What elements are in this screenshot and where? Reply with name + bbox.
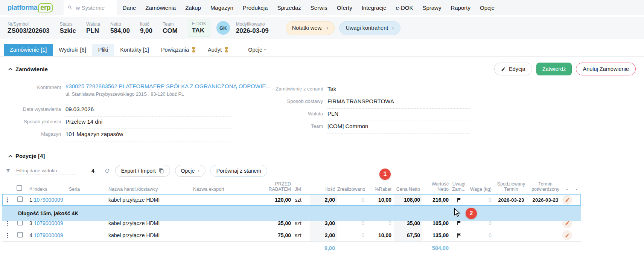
flag-icon[interactable] [451, 233, 467, 238]
status-value: Szkic [60, 27, 76, 35]
nav-item-integracje[interactable]: Integracje [362, 5, 387, 11]
tab-wydruki[interactable]: Wydruki [6] [53, 44, 92, 56]
header-rabat[interactable]: %Rabat 1 [367, 187, 394, 192]
tab-kontakty[interactable]: Kontakty [1] [114, 44, 155, 56]
row-checkbox[interactable] [17, 232, 23, 238]
cell-jm: szt [293, 197, 310, 203]
table-row-4[interactable]: ⋮ 4 1079000009 kabel przyłącze HDMI 75,0… [2, 229, 581, 242]
edit-row-icon[interactable] [562, 230, 572, 240]
pencil-icon [501, 67, 506, 72]
header-termin-potwierdzony[interactable]: Termin potwierdzony [528, 181, 562, 192]
mouse-cursor-icon [453, 208, 461, 217]
cell-indeks: 4 1079000009 [28, 232, 67, 238]
row-note-band[interactable]: Długość 15m, jakość 4K 2 [2, 206, 581, 221]
header-uwagi[interactable]: Uwagi Zam... [451, 181, 467, 192]
tab-audyt[interactable]: Audyt [202, 44, 234, 56]
order-form: Kontrahent #30025 7282883562 PLATFORMAER… [0, 82, 644, 141]
table-row-1[interactable]: ⋮ 1 1079000009 kabel przyłącze HDMI 120,… [2, 194, 581, 206]
row-menu-icon[interactable]: ⋮ [2, 196, 13, 203]
currency-value[interactable]: PLN [327, 109, 470, 121]
nav-item-produkcja[interactable]: Produkcja [243, 5, 268, 11]
edok-badge: E-DOK TAK [188, 20, 210, 37]
delivery-method-value[interactable]: FIRMA TRANSPORTOWA [327, 96, 470, 109]
edit-row-icon[interactable] [562, 195, 572, 205]
cell-wartosc-netto: 216,00 [422, 197, 451, 203]
positions-section-title[interactable]: Pozycje [4] [8, 153, 45, 159]
positions-toolbar: 4 Export / Import Opcje › Porównaj z sta… [5, 164, 644, 177]
filter-icon[interactable] [5, 168, 11, 173]
flag-icon[interactable] [451, 220, 467, 226]
hourglass-icon [224, 47, 228, 52]
header-seria[interactable]: Seria [67, 187, 107, 192]
cell-indeks: 1 1079000009 [28, 197, 67, 203]
export-import-button[interactable]: Export / Import [115, 165, 170, 177]
search-icon [67, 5, 73, 11]
compare-with-stock-button[interactable]: Porównaj z stanem [210, 165, 267, 177]
nav-item-edok[interactable]: e-DOK [396, 5, 413, 11]
top-nav: platformaerp Dane Zamówienia Zakup Magaz… [0, 0, 644, 15]
app-logo[interactable]: platformaerp [8, 4, 53, 12]
copy-icon [159, 168, 164, 173]
nav-item-sprawy[interactable]: Sprawy [422, 5, 441, 11]
field-kontrahent: Kontrahent #30025 7282883562 PLATFORMAER… [8, 82, 232, 104]
internal-notes-button[interactable]: Notatki wew. › [286, 21, 335, 35]
select-all-checkbox[interactable] [17, 185, 22, 191]
order-action-buttons: Edycja Zatwierdź Anuluj Zamówienie [494, 63, 636, 75]
cell-cena-netto: 108,00 [394, 194, 422, 206]
tab-opcje[interactable]: Opcje › [242, 43, 273, 56]
header-nazwa[interactable]: Nazwa handl./dostawcy [107, 187, 192, 192]
table-header-row: # Indeks Seria Nazwa handl./dostawcy Naz… [2, 179, 581, 194]
header-cena-netto[interactable]: Cena Netto [394, 187, 422, 192]
search-input[interactable] [76, 5, 113, 11]
nav-item-zakup[interactable]: Zakup [185, 5, 201, 11]
approve-button[interactable]: Zatwierdź [536, 63, 572, 75]
user-avatar[interactable]: GK [216, 21, 230, 35]
order-section-title[interactable]: Zamówienie [8, 66, 48, 72]
payment-method-value[interactable]: Przelew 14 dni [65, 117, 232, 129]
options-button[interactable]: Opcje › [175, 165, 206, 177]
cell-ilosc: 2,00 [310, 229, 337, 241]
header-eksport[interactable]: Nazwa eksport [192, 187, 257, 192]
tab-pliki[interactable]: Pliki [92, 44, 114, 56]
index-link[interactable]: 1079000009 [34, 232, 63, 238]
header-waga[interactable]: Waga (kg) [467, 187, 494, 192]
nav-item-opcje[interactable]: Opcje [480, 5, 495, 11]
contractor-link[interactable]: #30025 7282883562 PLATFORMAERP SPÓŁKA Z … [65, 83, 271, 89]
header-spodziewany-termin[interactable]: Spodziewany Termin [494, 181, 528, 192]
nav-item-oferty[interactable]: Oferty [337, 5, 352, 11]
refresh-icon[interactable] [104, 168, 110, 174]
global-search[interactable] [64, 0, 117, 15]
header-przed-rabatem[interactable]: PRZED RABATEM [257, 181, 293, 192]
header-wartosc-netto[interactable]: Wartość Netto [422, 181, 451, 192]
team-value[interactable]: [COM] Common [327, 121, 470, 133]
field-magazyn: Magazyn 101 Magazyn zapasów [8, 129, 232, 141]
chevron-right-icon: › [198, 168, 199, 174]
nav-item-raporty[interactable]: Raporty [451, 5, 470, 11]
warehouse-value[interactable]: 101 Magazyn zapasów [65, 129, 232, 141]
cell-ilosc: 2,00 [310, 194, 337, 206]
index-link[interactable]: 1079000009 [34, 197, 63, 203]
nav-item-dane[interactable]: Dane [122, 5, 136, 11]
tab-zamowienie[interactable]: Zamówienie [1] [4, 44, 53, 56]
edit-button[interactable]: Edycja [494, 63, 532, 75]
header-jm[interactable]: JM [293, 187, 310, 192]
cancel-order-button[interactable]: Anuluj Zamówienie [576, 63, 636, 75]
with-prices-value[interactable]: Tak [327, 84, 470, 96]
field-team: Team [COM] Common [244, 121, 470, 133]
contractor-remarks-button[interactable]: Uwagi kontrahent › [339, 21, 400, 35]
nav-item-zamowienia[interactable]: Zamówienia [145, 5, 176, 11]
tab-powiazania[interactable]: Powiązania [155, 44, 202, 56]
header-indeks[interactable]: # Indeks [28, 187, 67, 192]
flag-icon[interactable] [451, 197, 467, 203]
row-menu-icon[interactable]: ⋮ [2, 232, 13, 239]
header-zrealizowano[interactable]: Zrealizowano [337, 187, 367, 192]
nav-item-serwis[interactable]: Serwis [311, 5, 327, 11]
row-checkbox[interactable] [17, 196, 23, 202]
cell-termin-potwierdzony: 2026-03-23 [528, 197, 562, 203]
nav-item-magazyn[interactable]: Magazyn [210, 5, 233, 11]
filter-input[interactable] [15, 167, 76, 175]
header-ilosc[interactable]: Ilość [310, 187, 337, 192]
issue-date-value[interactable]: 09.03.2026 [65, 104, 232, 117]
total-ilosc: 9,00 [310, 245, 337, 251]
nav-item-sprzedaz[interactable]: Sprzedaż [277, 5, 301, 11]
